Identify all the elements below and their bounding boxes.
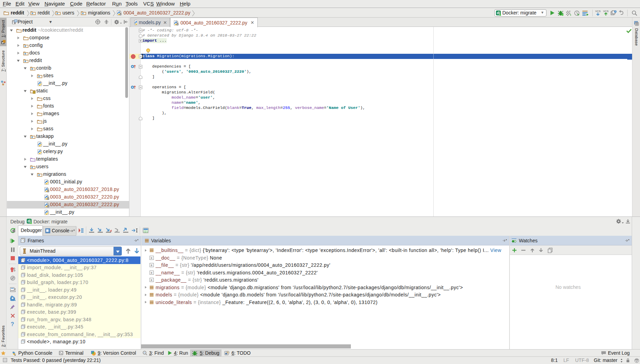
svg-text:VCS: VCS [595, 10, 600, 13]
svg-text:8: 8 [151, 264, 152, 267]
svg-text:dj: dj [28, 219, 31, 223]
svg-text:8: 8 [151, 256, 152, 260]
svg-text:dj: dj [497, 11, 500, 15]
svg-text:8: 8 [151, 279, 152, 282]
svg-text:8: 8 [151, 271, 152, 274]
svg-text:VCS: VCS [603, 10, 608, 13]
